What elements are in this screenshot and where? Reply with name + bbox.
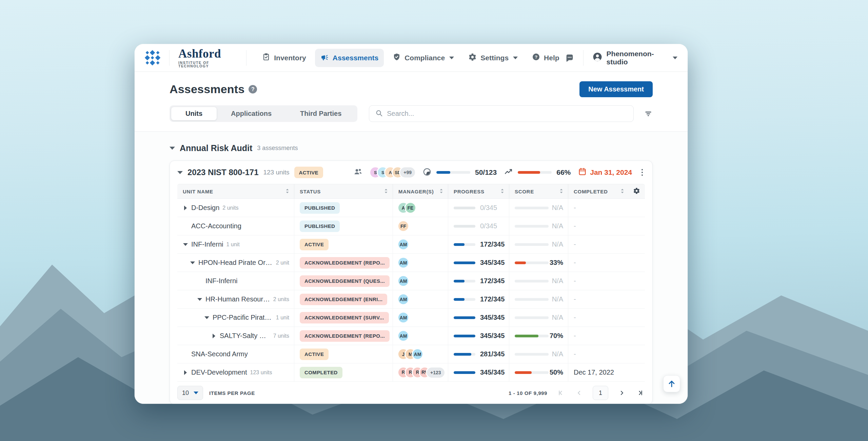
top-nav: Ashford INSTITUTE OF TECHNOLOGY Inventor… xyxy=(135,44,688,72)
last-page-button[interactable] xyxy=(635,388,645,398)
sort-icon[interactable] xyxy=(500,188,504,195)
section-annual-risk-audit[interactable]: Annual Risk Audit 3 assessments xyxy=(170,132,653,153)
expand-caret-icon[interactable] xyxy=(183,370,188,375)
avatar-overflow[interactable]: +99 xyxy=(400,167,415,177)
search-icon xyxy=(375,109,383,118)
progress-label: 172/345 xyxy=(480,277,505,285)
manager-avatar-stack[interactable]: RRRRV+123 xyxy=(398,368,445,378)
group-menu-button[interactable] xyxy=(639,167,645,178)
manager-avatar-stack[interactable]: AM xyxy=(398,276,408,286)
manager-avatar-stack[interactable]: AFE xyxy=(398,203,415,213)
collapse-caret-icon[interactable] xyxy=(204,316,210,319)
chevron-down-icon xyxy=(194,392,198,394)
sort-icon[interactable] xyxy=(620,188,624,195)
cell-score: 33% xyxy=(509,254,568,272)
unit-name-label: DEV-Development xyxy=(191,369,247,376)
filter-button[interactable] xyxy=(644,109,653,118)
column-header-progress[interactable]: PROGRESS xyxy=(448,184,509,198)
new-assessment-button[interactable]: New Assessment xyxy=(579,81,653,97)
cell-score: N/A xyxy=(509,199,568,217)
table-row[interactable]: D-Design2 unitsPUBLISHEDAFE0/345N/A- xyxy=(177,199,645,217)
chat-button[interactable] xyxy=(565,53,574,63)
collapse-caret-icon[interactable] xyxy=(197,298,202,301)
sort-icon[interactable] xyxy=(559,188,563,195)
cell-status: PUBLISHED xyxy=(294,199,393,217)
manager-avatar-stack[interactable]: AM xyxy=(398,258,408,268)
tab-units[interactable]: Units xyxy=(171,107,217,120)
avatar-overflow[interactable]: +123 xyxy=(427,368,445,378)
expand-caret-icon[interactable] xyxy=(211,334,217,338)
cell-status: ACKNOWLEDGEMENT (SURV... xyxy=(294,309,393,327)
column-settings-gear-icon[interactable] xyxy=(633,187,640,195)
column-header-score[interactable]: SCORE xyxy=(509,184,568,198)
page-size-select[interactable]: 10 xyxy=(177,386,203,400)
avatar: FE xyxy=(406,203,415,213)
page-help-icon[interactable]: ? xyxy=(249,85,257,93)
nav-item-inventory[interactable]: Inventory xyxy=(257,49,312,67)
manager-avatar-stack[interactable]: AM xyxy=(398,331,408,341)
current-page-input[interactable]: 1 xyxy=(593,386,608,400)
manager-avatar-stack[interactable]: AM xyxy=(398,239,408,249)
items-per-page-label: ITEMS PER PAGE xyxy=(209,390,255,396)
brand-logo[interactable]: Ashford INSTITUTE OF TECHNOLOGY xyxy=(178,48,237,68)
app-logo-icon[interactable] xyxy=(145,50,160,66)
next-page-button[interactable] xyxy=(617,388,627,398)
progress-fill xyxy=(454,298,465,301)
cell-managers: AM xyxy=(393,272,448,290)
table-row[interactable]: INF-Inferni1 unitACTIVEAM172/345N/A- xyxy=(177,235,645,254)
tab-applications[interactable]: Applications xyxy=(217,107,286,120)
table-row[interactable]: ACC-AccountingPUBLISHEDFF0/345N/A- xyxy=(177,217,645,235)
column-header-unit-name[interactable]: UNIT NAME xyxy=(177,184,294,198)
nav-item-help[interactable]: ? Help xyxy=(527,49,565,67)
tab-third-parties[interactable]: Third Parties xyxy=(286,107,356,120)
group-due-label: Jan 31, 2024 xyxy=(590,168,632,176)
group-collapse-icon[interactable] xyxy=(177,171,183,174)
megaphone-icon xyxy=(320,53,329,63)
completed-label: - xyxy=(574,259,576,267)
table-row[interactable]: SNA-Second ArmyACTIVEJMAM281/345N/A- xyxy=(177,345,645,363)
scroll-to-top-button[interactable] xyxy=(663,375,680,392)
table-row[interactable]: PPC-Pacific Pirate Crew1 unitACKNOWLEDGE… xyxy=(177,309,645,327)
sort-icon[interactable] xyxy=(285,188,289,195)
unit-name-label: SNA-Second Army xyxy=(191,350,248,358)
expand-caret-icon[interactable] xyxy=(183,206,188,210)
collapse-caret-icon[interactable] xyxy=(183,243,188,246)
first-page-button[interactable] xyxy=(556,388,566,398)
previous-page-button[interactable] xyxy=(574,388,584,398)
manager-avatar-stack[interactable]: FF xyxy=(398,221,408,231)
manager-avatar-stack[interactable]: AM xyxy=(398,313,408,322)
table-row[interactable]: SALTY-Salty Cloud7 unitsACKNOWLEDGEMENT … xyxy=(177,327,645,345)
cell-score: N/A xyxy=(509,290,568,308)
table-row[interactable]: INF-InferniACKNOWLEDGEMENT (QUES...AM172… xyxy=(177,272,645,290)
column-header-status[interactable]: STATUS xyxy=(294,184,393,198)
table-row[interactable]: HR-Human Resourc e2 unitsACKNOWLEDGEMENT… xyxy=(177,290,645,309)
column-header-managers[interactable]: MANAGER(S) xyxy=(393,184,448,198)
user-menu[interactable]: Phenomenon-studio xyxy=(592,50,677,66)
people-icon xyxy=(353,167,363,178)
collapse-caret-icon[interactable] xyxy=(190,261,195,264)
nav-item-label: Compliance xyxy=(405,54,445,62)
nav-item-label: Inventory xyxy=(274,54,306,62)
cell-unit-name: DEV-Development123 units xyxy=(177,363,294,381)
progress-bar xyxy=(454,371,475,374)
nav-item-compliance[interactable]: Compliance xyxy=(387,49,459,67)
cell-unit-name: HR-Human Resourc e2 units xyxy=(177,290,294,308)
nav-item-settings[interactable]: Settings xyxy=(463,49,523,67)
cell-score: N/A xyxy=(509,345,568,363)
nav-item-assessments[interactable]: Assessments xyxy=(315,49,384,67)
table-row[interactable]: DEV-Development123 unitsCOMPLETEDRRRRV+1… xyxy=(177,363,645,382)
tabs: Units Applications Third Parties xyxy=(170,105,357,122)
search-input[interactable] xyxy=(387,110,627,118)
unit-name-label: INF-Inferni xyxy=(191,240,223,248)
column-header-completed[interactable]: COMPLETED xyxy=(568,184,645,198)
table-row[interactable]: HPON-Head Pirate Org Negotiations2 unitA… xyxy=(177,254,645,272)
manager-avatar-stack[interactable]: AM xyxy=(398,294,408,304)
sort-icon[interactable] xyxy=(439,188,443,195)
avatar: AM xyxy=(398,258,408,268)
manager-avatar-stack[interactable]: JMAM xyxy=(398,349,422,359)
status-badge: PUBLISHED xyxy=(300,220,340,232)
group-avatar-stack[interactable]: SSASD+99 xyxy=(370,167,415,177)
sort-icon[interactable] xyxy=(384,188,388,195)
cell-status: ACKNOWLEDGEMENT (ENRI... xyxy=(294,290,393,308)
group-units: 123 units xyxy=(263,169,289,176)
